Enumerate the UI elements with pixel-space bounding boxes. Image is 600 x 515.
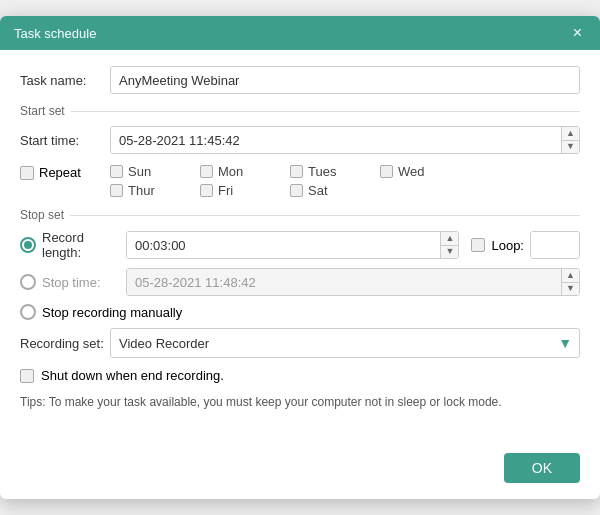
day-thur: Thur — [110, 183, 200, 198]
stop-time-up-button[interactable]: ▲ — [562, 269, 579, 283]
record-length-label: Record length: — [42, 230, 126, 260]
dialog-title: Task schedule — [14, 26, 96, 41]
task-name-input[interactable] — [110, 66, 580, 94]
repeat-label-area: Repeat — [20, 164, 110, 180]
loop-section: Loop: ▲ ▼ — [471, 231, 580, 259]
close-button[interactable]: × — [569, 23, 586, 43]
loop-spinner: ▲ ▼ — [530, 231, 580, 259]
shutdown-row: Shut down when end recording. — [20, 368, 580, 383]
day-tues: Tues — [290, 164, 380, 179]
day-sun-checkbox[interactable] — [110, 165, 123, 178]
repeat-checkbox[interactable] — [20, 166, 34, 180]
start-time-down-button[interactable]: ▼ — [562, 141, 579, 154]
day-wed: Wed — [380, 164, 470, 179]
repeat-row: Repeat Sun Mon Tues Wed — [20, 164, 580, 198]
task-name-row: Task name: — [20, 66, 580, 94]
recording-set-select[interactable]: Video Recorder Audio Recorder Screen Cap… — [110, 328, 580, 358]
recording-set-select-wrap: Video Recorder Audio Recorder Screen Cap… — [110, 328, 580, 358]
day-mon: Mon — [200, 164, 290, 179]
record-length-radio[interactable] — [20, 237, 36, 253]
stop-manual-radio[interactable] — [20, 304, 36, 320]
record-length-spinner-buttons: ▲ ▼ — [440, 232, 458, 258]
start-time-row: Start time: ▲ ▼ — [20, 126, 580, 154]
record-length-down-button[interactable]: ▼ — [441, 246, 458, 259]
stop-time-radio[interactable] — [20, 274, 36, 290]
titlebar: Task schedule × — [0, 16, 600, 50]
start-set-section-label: Start set — [20, 104, 580, 118]
stop-manual-row: Stop recording manually — [20, 304, 580, 320]
day-sat: Sat — [290, 183, 380, 198]
day-tues-checkbox[interactable] — [290, 165, 303, 178]
day-sun: Sun — [110, 164, 200, 179]
shutdown-checkbox[interactable] — [20, 369, 34, 383]
stop-time-row: Stop time: ▲ ▼ — [20, 268, 580, 296]
day-mon-checkbox[interactable] — [200, 165, 213, 178]
day-fri-checkbox[interactable] — [200, 184, 213, 197]
start-time-input[interactable] — [111, 127, 561, 153]
start-time-up-button[interactable]: ▲ — [562, 127, 579, 141]
day-thur-label: Thur — [128, 183, 155, 198]
day-thur-checkbox[interactable] — [110, 184, 123, 197]
days-grid: Sun Mon Tues Wed Thur — [110, 164, 470, 198]
dialog-footer: OK — [0, 443, 600, 499]
shutdown-label: Shut down when end recording. — [41, 368, 224, 383]
ok-button[interactable]: OK — [504, 453, 580, 483]
start-time-spinner-buttons: ▲ ▼ — [561, 127, 579, 153]
record-length-row: Record length: ▲ ▼ Loop: ▲ ▼ — [20, 230, 580, 260]
tips-text: Tips: To make your task available, you m… — [20, 393, 580, 411]
stop-manual-label: Stop recording manually — [42, 305, 182, 320]
stop-set-section-label: Stop set — [20, 208, 580, 222]
stop-time-spinner: ▲ ▼ — [126, 268, 580, 296]
stop-time-down-button[interactable]: ▼ — [562, 283, 579, 296]
record-length-up-button[interactable]: ▲ — [441, 232, 458, 246]
loop-input[interactable] — [531, 232, 580, 258]
record-length-spinner: ▲ ▼ — [126, 231, 459, 259]
day-fri-label: Fri — [218, 183, 233, 198]
dialog-content: Task name: Start set Start time: ▲ ▼ Rep… — [0, 50, 600, 443]
recording-set-row: Recording set: Video Recorder Audio Reco… — [20, 328, 580, 358]
day-sat-label: Sat — [308, 183, 328, 198]
day-tues-label: Tues — [308, 164, 336, 179]
start-time-spinner: ▲ ▼ — [110, 126, 580, 154]
task-name-label: Task name: — [20, 73, 110, 88]
stop-time-label: Stop time: — [42, 275, 126, 290]
day-fri: Fri — [200, 183, 290, 198]
start-time-label: Start time: — [20, 133, 110, 148]
day-sat-checkbox[interactable] — [290, 184, 303, 197]
recording-set-label: Recording set: — [20, 336, 110, 351]
loop-checkbox[interactable] — [471, 238, 485, 252]
task-schedule-dialog: Task schedule × Task name: Start set Sta… — [0, 16, 600, 499]
record-length-input[interactable] — [127, 232, 440, 258]
stop-time-spinner-buttons: ▲ ▼ — [561, 269, 579, 295]
day-wed-checkbox[interactable] — [380, 165, 393, 178]
day-sun-label: Sun — [128, 164, 151, 179]
day-mon-label: Mon — [218, 164, 243, 179]
loop-label: Loop: — [491, 238, 524, 253]
day-wed-label: Wed — [398, 164, 425, 179]
repeat-label: Repeat — [39, 165, 81, 180]
stop-time-input[interactable] — [127, 269, 561, 295]
